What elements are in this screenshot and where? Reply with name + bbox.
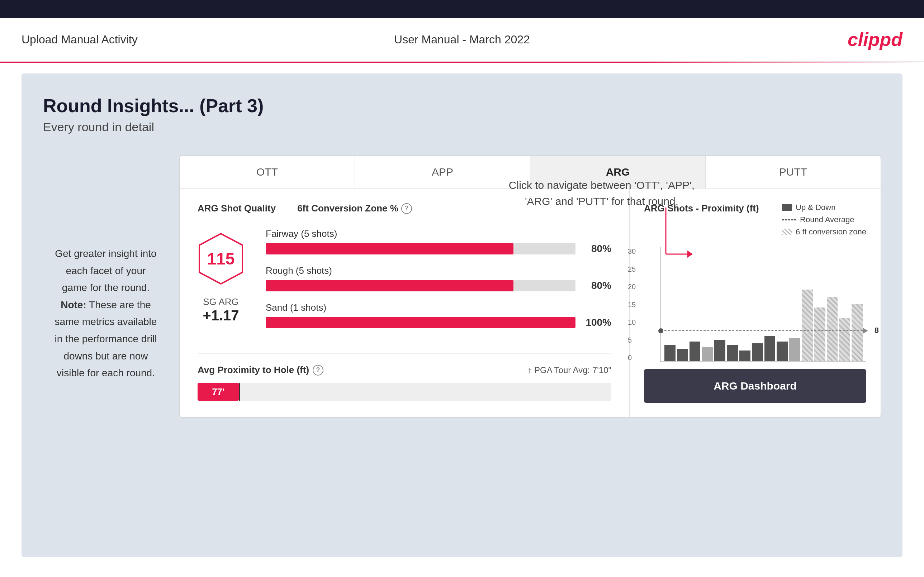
- chart-bar-3: [702, 347, 713, 361]
- hexagon: 115: [197, 232, 244, 285]
- page-title: Round Insights... (Part 3): [43, 95, 881, 116]
- left-desc-note: Note:: [61, 299, 86, 310]
- bar-label-0: Fairway (5 shots): [266, 228, 611, 239]
- chart-bar-8: [764, 336, 775, 361]
- bar-row-1: 80%: [266, 280, 611, 292]
- tab-ott[interactable]: OTT: [179, 156, 355, 188]
- chart-bar-12: [814, 308, 825, 361]
- legend-hatched: [782, 229, 792, 235]
- legend-label-conversion: 6 ft conversion zone: [796, 227, 866, 237]
- chart-bar-10: [789, 338, 800, 361]
- left-desc-line2: each facet of your: [66, 265, 146, 276]
- page-subtitle: Every round in detail: [43, 120, 881, 134]
- nav-hint-line1: Click to navigate between 'OTT', 'APP',: [509, 177, 695, 193]
- chart-bar-14: [839, 318, 850, 361]
- y-axis-labels: 30 25 20 15 10 5 0: [628, 247, 636, 362]
- proximity-header: Avg Proximity to Hole (ft) ? ↑ PGA Tour …: [197, 364, 611, 376]
- left-panel: ARG Shot Quality 6ft Conversion Zone % ?: [179, 189, 630, 417]
- legend-item-updown: Up & Down: [782, 203, 866, 212]
- proximity-label-text: Avg Proximity to Hole (ft): [197, 364, 309, 376]
- left-desc-line6: in the performance drill: [55, 333, 157, 345]
- chart-bar-6: [739, 350, 750, 361]
- chart-bars: [661, 247, 866, 361]
- left-desc-line7: downs but are now: [63, 350, 148, 362]
- bar-pct-1: 80%: [583, 280, 611, 292]
- header-center-label: User Manual - March 2022: [394, 33, 530, 46]
- bar-item-1: Rough (5 shots) 80%: [266, 265, 611, 292]
- chart-bar-0: [664, 345, 675, 361]
- chart-bar-7: [752, 343, 763, 361]
- proximity-value: 77': [212, 386, 225, 397]
- legend-label-round-avg: Round Average: [800, 215, 854, 224]
- sg-label: SG ARG: [203, 297, 239, 308]
- chart-bar-5: [727, 345, 738, 361]
- tab-app[interactable]: APP: [355, 156, 530, 188]
- widget-area: Click to navigate between 'OTT', 'APP', …: [43, 156, 881, 417]
- main-content: Round Insights... (Part 3) Every round i…: [21, 74, 903, 557]
- chart-bar-9: [777, 342, 788, 361]
- legend-label-updown: Up & Down: [796, 203, 835, 212]
- bar-label-2: Sand (1 shots): [266, 302, 611, 313]
- legend: Up & Down Round Average 6 ft conversion …: [782, 203, 866, 237]
- bar-bg-1: [266, 280, 575, 292]
- hex-score-row: 115 SG ARG +1.17 Fairway (5 shots): [197, 228, 611, 339]
- bars-section: Fairway (5 shots) 80% Rough (5 shots) 80…: [266, 228, 611, 339]
- bar-label-1: Rough (5 shots): [266, 265, 611, 276]
- chart-area: 8: [660, 247, 866, 362]
- proximity-help-icon[interactable]: ?: [313, 365, 323, 376]
- panel-header-shot-quality: ARG Shot Quality: [197, 203, 276, 214]
- upload-label: Upload Manual Activity: [21, 33, 138, 46]
- chart-bar-1: [677, 349, 688, 361]
- legend-box-updown: [782, 204, 792, 211]
- panel-header-conversion: 6ft Conversion Zone % ?: [297, 203, 412, 214]
- chart-bar-11: [802, 290, 813, 361]
- arg-dashboard-button[interactable]: ARG Dashboard: [644, 369, 866, 403]
- sg-section: SG ARG +1.17: [203, 297, 239, 324]
- proximity-cursor: [239, 383, 240, 401]
- shot-quality-label: ARG Shot Quality: [197, 203, 276, 214]
- proximity-label: Avg Proximity to Hole (ft) ?: [197, 364, 323, 376]
- conversion-label: 6ft Conversion Zone %: [297, 203, 398, 214]
- proximity-bar-fill: 77': [197, 383, 239, 401]
- left-desc-line3: game for the round.: [62, 282, 150, 293]
- proximity-bar-bg: 77': [197, 383, 611, 401]
- bar-row-0: 80%: [266, 243, 611, 255]
- left-desc-line8: visible for each round.: [57, 367, 155, 379]
- tab-putt[interactable]: PUTT: [706, 156, 880, 188]
- bars-container: Fairway (5 shots) 80% Rough (5 shots) 80…: [266, 228, 611, 328]
- left-desc-line5: same metrics available: [55, 316, 157, 327]
- left-desc-line1: Get greater insight into: [55, 248, 156, 259]
- bar-pct-0: 80%: [583, 243, 611, 255]
- chart-wrapper: 30 25 20 15 10 5 0: [644, 247, 866, 362]
- chart-bar-4: [714, 340, 725, 361]
- legend-item-conversion: 6 ft conversion zone: [782, 227, 866, 237]
- bar-bg-0: [266, 243, 575, 255]
- bar-item-2: Sand (1 shots) 100%: [266, 302, 611, 328]
- dashed-line-label: 8: [874, 326, 879, 335]
- left-desc-line4: These are the: [86, 299, 151, 310]
- card-body: ARG Shot Quality 6ft Conversion Zone % ?: [179, 189, 880, 417]
- conversion-help-icon[interactable]: ?: [401, 203, 412, 214]
- top-bar: [0, 0, 924, 18]
- left-description: Get greater insight into each facet of y…: [43, 245, 168, 382]
- bar-pct-2: 100%: [583, 317, 611, 328]
- bar-fill-0: [266, 243, 514, 255]
- header-underline: [0, 62, 924, 63]
- sg-value: +1.17: [203, 308, 239, 324]
- bar-fill-1: [266, 280, 514, 292]
- hex-score: 115: [207, 249, 235, 268]
- pga-avg: ↑ PGA Tour Avg: 7'10": [527, 365, 611, 375]
- chart-bar-2: [690, 342, 701, 361]
- hex-container: 115 SG ARG +1.17: [197, 228, 244, 339]
- legend-item-round-avg: Round Average: [782, 215, 866, 224]
- logo: clippd: [848, 29, 903, 50]
- legend-dashed-line: [782, 219, 796, 221]
- footer: Copyright Clippd 2021: [0, 568, 924, 577]
- bar-fill-2: [266, 317, 575, 328]
- bar-bg-2: [266, 317, 575, 328]
- proximity-section: Avg Proximity to Hole (ft) ? ↑ PGA Tour …: [197, 353, 611, 401]
- bar-row-2: 100%: [266, 317, 611, 328]
- chart-bar-13: [827, 297, 838, 361]
- header: Upload Manual Activity User Manual - Mar…: [0, 18, 924, 62]
- chart-bar-15: [851, 304, 863, 361]
